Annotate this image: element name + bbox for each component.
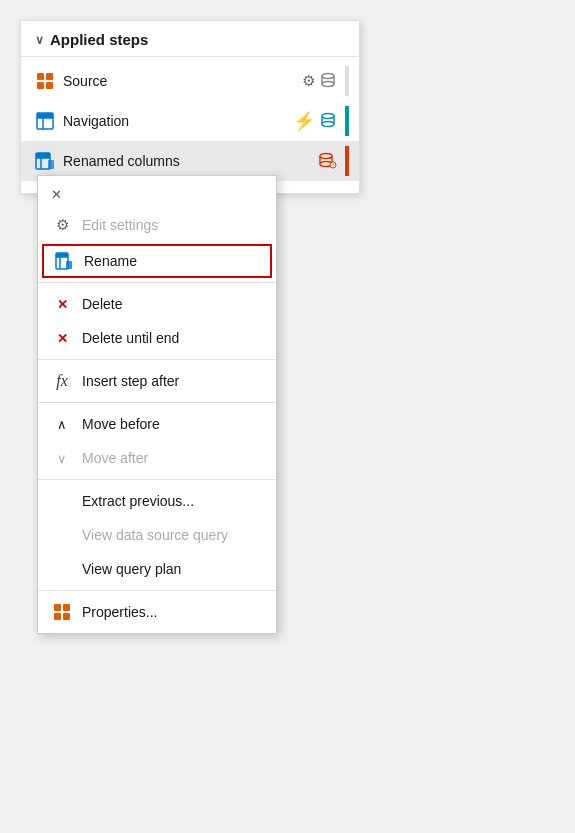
- step-source[interactable]: Source ⚙: [21, 61, 359, 101]
- panel-header: ∨ Applied steps: [21, 21, 359, 57]
- divider-5: [38, 590, 276, 591]
- source-label: Source: [63, 73, 294, 89]
- svg-rect-35: [54, 613, 61, 620]
- menu-item-delete[interactable]: ✕ Delete: [38, 287, 276, 321]
- navigation-icon: [35, 111, 55, 131]
- svg-rect-1: [46, 73, 53, 80]
- renamed-columns-label: Renamed columns: [63, 153, 309, 169]
- rename-label: Rename: [84, 253, 137, 269]
- properties-grid-icon: [52, 602, 72, 622]
- divider-4: [38, 479, 276, 480]
- renamed-columns-actions: [317, 146, 349, 176]
- delete-until-end-x-icon: ✕: [52, 328, 72, 348]
- properties-label: Properties...: [82, 604, 157, 620]
- fx-icon: fx: [52, 371, 72, 391]
- svg-rect-2: [37, 82, 44, 89]
- steps-list: Source ⚙: [21, 57, 359, 185]
- svg-rect-36: [63, 613, 70, 620]
- menu-item-insert-step-after[interactable]: fx Insert step after: [38, 364, 276, 398]
- context-menu-wrapper: ✕ ⚙ Edit settings: [37, 175, 277, 634]
- panel-title: Applied steps: [50, 31, 148, 48]
- extract-previous-label: Extract previous...: [82, 493, 194, 509]
- navigation-label: Navigation: [63, 113, 285, 129]
- menu-item-rename[interactable]: Rename: [42, 244, 272, 278]
- navigation-db-icon: [319, 111, 337, 132]
- grid-orange-icon: [36, 72, 54, 90]
- svg-rect-20: [48, 160, 54, 169]
- rename-icon: [54, 251, 74, 271]
- applied-steps-panel: ∨ Applied steps Source ⚙: [20, 20, 360, 194]
- move-before-label: Move before: [82, 416, 160, 432]
- close-context-menu-button[interactable]: ✕: [46, 184, 66, 204]
- delete-x-icon: ✕: [52, 294, 72, 314]
- view-ds-query-icon: [52, 525, 72, 545]
- svg-rect-0: [37, 73, 44, 80]
- source-gear-icon[interactable]: ⚙: [302, 72, 315, 90]
- divider-2: [38, 359, 276, 360]
- insert-step-after-label: Insert step after: [82, 373, 179, 389]
- divider-1: [38, 282, 276, 283]
- menu-item-view-query-plan[interactable]: View query plan: [38, 552, 276, 586]
- menu-item-view-data-source-query[interactable]: View data source query: [38, 518, 276, 552]
- navigation-teal-icon: ⚡: [293, 110, 315, 132]
- collapse-chevron[interactable]: ∨: [35, 33, 44, 47]
- svg-rect-19: [36, 153, 50, 158]
- close-btn-row: ✕: [38, 180, 276, 208]
- menu-item-extract-previous[interactable]: Extract previous...: [38, 484, 276, 518]
- svg-rect-11: [37, 113, 53, 118]
- view-query-plan-label: View query plan: [82, 561, 181, 577]
- gear-icon: ⚙: [52, 215, 72, 235]
- svg-point-7: [322, 81, 334, 86]
- menu-item-properties[interactable]: Properties...: [38, 595, 276, 629]
- move-after-icon: ∨: [52, 448, 72, 468]
- svg-point-4: [322, 73, 334, 78]
- delete-until-end-label: Delete until end: [82, 330, 179, 346]
- svg-rect-33: [54, 604, 61, 611]
- source-actions: ⚙: [302, 66, 349, 96]
- move-before-icon: ∧: [52, 414, 72, 434]
- edit-settings-label: Edit settings: [82, 217, 158, 233]
- svg-rect-31: [56, 253, 68, 257]
- move-after-label: Move after: [82, 450, 148, 466]
- svg-rect-3: [46, 82, 53, 89]
- context-menu: ✕ ⚙ Edit settings: [37, 175, 277, 634]
- menu-item-move-after[interactable]: ∨ Move after: [38, 441, 276, 475]
- extract-prev-icon: [52, 491, 72, 511]
- renamed-columns-icon: [35, 151, 55, 171]
- step-navigation[interactable]: Navigation ⚡: [21, 101, 359, 141]
- menu-item-delete-until-end[interactable]: ✕ Delete until end: [38, 321, 276, 355]
- view-query-plan-icon: [52, 559, 72, 579]
- svg-point-21: [320, 153, 332, 158]
- delete-label: Delete: [82, 296, 122, 312]
- navigation-actions: ⚡: [293, 106, 349, 136]
- svg-rect-34: [63, 604, 70, 611]
- source-icon: [35, 71, 55, 91]
- svg-rect-32: [66, 261, 72, 269]
- renamed-db-clock-icon: [317, 151, 337, 172]
- view-data-source-query-label: View data source query: [82, 527, 228, 543]
- divider-3: [38, 402, 276, 403]
- menu-item-edit-settings[interactable]: ⚙ Edit settings: [38, 208, 276, 242]
- svg-point-15: [322, 121, 334, 126]
- source-db-icon: [319, 71, 337, 92]
- svg-point-12: [322, 113, 334, 118]
- menu-item-move-before[interactable]: ∧ Move before: [38, 407, 276, 441]
